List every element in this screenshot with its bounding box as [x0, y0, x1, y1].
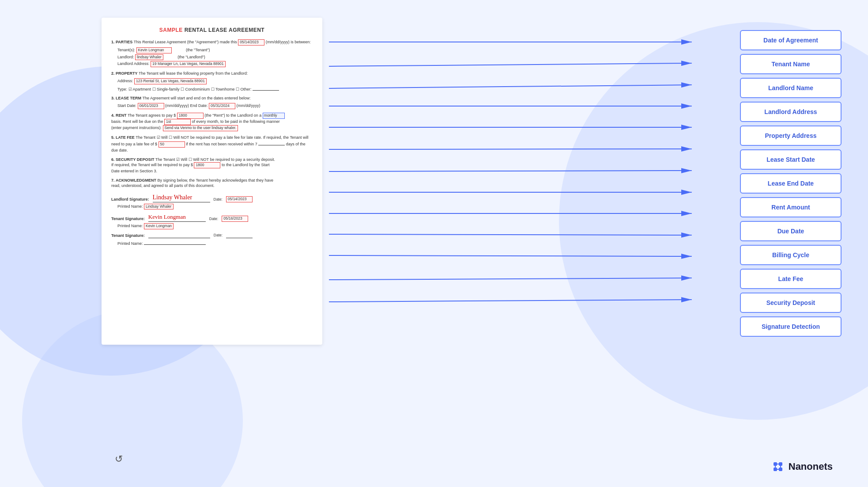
tenant2-sig-date [226, 233, 253, 238]
svg-line-5 [329, 149, 692, 149]
tenant1-sig-date: 05/16/2023 [222, 216, 248, 222]
landlord-sig: Lindsay Whaler [153, 193, 210, 202]
label-due-date[interactable]: Due Date [740, 221, 842, 241]
svg-line-2 [329, 85, 692, 88]
svg-line-6 [329, 171, 692, 171]
landlord-sig-row: Landlord Signature: Lindsay Whaler Date:… [111, 193, 313, 202]
label-signature-detection[interactable]: Signature Detection [740, 316, 842, 337]
signatures-section: Landlord Signature: Lindsay Whaler Date:… [111, 193, 313, 247]
labels-panel: Date of Agreement Tenant Name Landlord N… [740, 30, 842, 340]
nanonets-logo: Nanonets [771, 460, 833, 474]
tenant2-sig-row: Tenant Signature: Date: [111, 233, 313, 239]
property-address-field: 123 Rental St, Las Vegas, Nevada 88901 [134, 78, 207, 84]
label-lease-end-date[interactable]: Lease End Date [740, 173, 842, 194]
payment-instructions-field: Send via Venmo to the user lindsay whale… [163, 125, 238, 131]
section-lease-term: 3. LEASE TERM The Agreement will start a… [111, 95, 313, 109]
tenant-name-field: Kevin Longman [136, 47, 172, 53]
tenant1-sig: Kevin Longman [148, 213, 206, 221]
label-property-address[interactable]: Property Address [740, 126, 842, 146]
lease-start-field: 06/01/2023 [138, 103, 164, 109]
svg-line-10 [329, 255, 692, 256]
nanonets-brand-text: Nanonets [789, 461, 833, 472]
label-billing-cycle[interactable]: Billing Cycle [740, 245, 842, 265]
rent-amount-field: 1800 [177, 113, 204, 119]
landlord-printed-name: Lindsay Whaler [144, 204, 174, 210]
tenant1-printed-row: Printed Name: Kevin Longman [111, 223, 313, 229]
landlord-sig-date: 05/14/2023 [226, 196, 253, 202]
tenant1-sig-row: Tenant Signature: Kevin Longman Date: 05… [111, 213, 313, 221]
svg-line-9 [329, 234, 692, 235]
connector-labels-area: Date of Agreement Tenant Name Landlord N… [322, 18, 842, 362]
svg-rect-17 [779, 468, 782, 471]
document-title: SAMPLE RENTAL LEASE AGREEMENT [111, 27, 313, 34]
property-type-row: Type: ☑ Apartment ☐ Single-family ☐ Cond… [117, 85, 313, 92]
section-acknowledgment: 7. ACKNOWLEDGMENT By signing below, the … [111, 178, 313, 189]
label-tenant-name[interactable]: Tenant Name [740, 54, 842, 74]
main-container: SAMPLE RENTAL LEASE AGREEMENT 1. PARTIES… [102, 18, 842, 469]
label-late-fee[interactable]: Late Fee [740, 269, 842, 289]
svg-line-1 [329, 63, 692, 66]
landlord-address-row: Landlord Address: 19 Manager Ln, Las Veg… [117, 61, 313, 67]
section-parties: 1. PARTIES This Rental Lease Agreement (… [111, 39, 313, 68]
label-landlord-address[interactable]: Landlord Address [740, 102, 842, 122]
tenant1-printed-name: Kevin Longman [144, 223, 174, 229]
svg-line-11 [329, 278, 692, 280]
section-late-fee: 5. LATE FEE The Tenant ☑ Will ☐ Will NOT… [111, 135, 313, 153]
date-field: 05/14/2023 [238, 39, 264, 46]
late-fee-field: 50 [159, 141, 185, 148]
due-date-field: 1st [164, 119, 191, 125]
label-landlord-name[interactable]: Landlord Name [740, 78, 842, 98]
label-date-of-agreement[interactable]: Date of Agreement [740, 30, 842, 50]
section-security-deposit: 6. SECURITY DEPOSIT The Tenant ☑ Will ☐ … [111, 157, 313, 174]
landlord-address-field: 19 Manager Ln, Las Vegas, Nevada 88901 [151, 61, 226, 67]
label-lease-start-date[interactable]: Lease Start Date [740, 149, 842, 170]
tenant2-sig [148, 233, 210, 238]
lease-end-field: 05/31/2024 [209, 103, 235, 109]
svg-line-12 [329, 300, 692, 302]
tenant2-printed-name [144, 240, 206, 245]
label-rent-amount[interactable]: Rent Amount [740, 197, 842, 217]
svg-rect-16 [774, 468, 777, 471]
section-property: 2. PROPERTY The Tenant will lease the fo… [111, 71, 313, 92]
document-panel: SAMPLE RENTAL LEASE AGREEMENT 1. PARTIES… [102, 18, 322, 345]
label-security-deposit[interactable]: Security Deposit [740, 293, 842, 313]
nanonets-logo-icon [771, 460, 785, 474]
svg-rect-14 [774, 462, 777, 466]
tenant2-printed-row: Printed Name: [111, 240, 313, 247]
title-rest: RENTAL LEASE AGREEMENT [183, 27, 264, 33]
billing-cycle-field: monthly [263, 113, 285, 119]
landlord-name-field: lindsay Whaler [135, 54, 163, 61]
refresh-icon[interactable]: ↺ [115, 453, 123, 465]
landlord-printed-row: Printed Name: Lindsay Whaler [111, 204, 313, 210]
tenant-row: Tenant(s): Kevin Longman (the "Tenant") [117, 47, 313, 53]
title-sample: SAMPLE [159, 27, 183, 33]
landlord-row: Landlord: lindsay Whaler (the "Landlord"… [117, 54, 313, 61]
security-deposit-field: 1800 [194, 162, 220, 168]
svg-rect-15 [779, 462, 782, 466]
section-rent: 4. RENT The Tenant agrees to pay $ 1800 … [111, 113, 313, 131]
property-address-row: Address: 123 Rental St, Las Vegas, Nevad… [117, 78, 313, 84]
